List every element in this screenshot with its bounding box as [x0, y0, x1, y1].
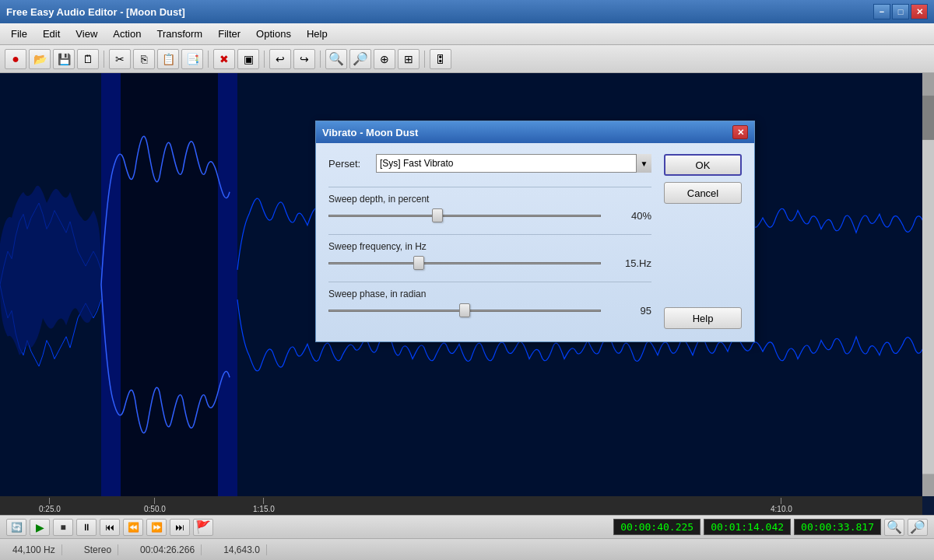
sweep-frequency-thumb[interactable]	[413, 256, 424, 270]
channels-display: Stereo	[78, 544, 118, 555]
window-close-button[interactable]: ✕	[911, 4, 928, 19]
to-end-button[interactable]: ⏭	[170, 519, 190, 536]
cancel-button[interactable]: Cancel	[664, 182, 742, 204]
timeline-ruler: 0:25.0 0:50.0 1:15.0 4:10.0	[0, 496, 922, 515]
fast-forward-button[interactable]: ⏩	[146, 519, 167, 536]
play-button[interactable]: ▶	[30, 519, 50, 536]
svg-rect-6	[922, 96, 934, 140]
menu-help[interactable]: Help	[299, 26, 335, 42]
effects-button[interactable]: 🎛	[430, 49, 451, 69]
sweep-frequency-label: Sweep frequency, in Hz	[328, 241, 651, 252]
preset-select-wrapper: [Sys] Fast Vibrato [ Sys] Slow Vibrato […	[376, 154, 651, 173]
title-bar-controls: − □ ✕	[873, 4, 928, 19]
sample-rate-display: 44,100 Hz	[6, 544, 62, 555]
trim-button[interactable]: ▣	[237, 49, 259, 69]
ruler-mark-4: 4:10.0	[771, 498, 792, 513]
sweep-phase-row: 95	[328, 304, 651, 317]
menu-transform[interactable]: Transform	[149, 26, 210, 42]
zoom-selection-button[interactable]: ⊕	[374, 49, 395, 69]
menu-view[interactable]: View	[68, 26, 105, 42]
dialog-title-bar[interactable]: Vibrato - Moon Dust ✕	[316, 121, 754, 143]
sweep-depth-row: 40%	[328, 209, 651, 222]
restore-button[interactable]: □	[892, 4, 909, 19]
sweep-frequency-line	[328, 262, 601, 264]
divider-1	[328, 187, 651, 187]
preset-row: Perset: [Sys] Fast Vibrato [ Sys] Slow V…	[328, 154, 651, 173]
copy-button[interactable]: ⎘	[133, 49, 155, 69]
sweep-depth-thumb[interactable]	[432, 208, 443, 222]
status-bar: 44,100 Hz Stereo 00:04:26.266 14,643.0	[0, 538, 934, 560]
sweep-phase-section: Sweep phase, in radian 95	[328, 289, 651, 317]
zoom-out-button[interactable]: 🔎	[349, 49, 371, 69]
undo-button[interactable]: ↩	[269, 49, 291, 69]
sweep-depth-value: 40%	[609, 210, 651, 222]
menu-action[interactable]: Action	[105, 26, 149, 42]
ruler-mark-3: 1:15.0	[253, 498, 275, 513]
menu-bar: File Edit View Action Transform Filter O…	[0, 23, 934, 45]
rewind-button[interactable]: ⏪	[123, 519, 143, 536]
sweep-frequency-row: 15.Hz	[328, 257, 651, 269]
toolbar-separator-4	[320, 51, 321, 68]
sweep-frequency-section: Sweep frequency, in Hz 15.Hz	[328, 241, 651, 269]
dialog-right-panel: OK Cancel Help	[664, 154, 742, 329]
toolbar-separator-2	[208, 51, 209, 68]
svg-rect-3	[121, 73, 218, 496]
divider-2	[328, 234, 651, 235]
sweep-phase-value: 95	[609, 305, 651, 317]
minimize-button[interactable]: −	[873, 4, 890, 19]
to-start-button[interactable]: ⏮	[100, 519, 120, 536]
preset-select[interactable]: [Sys] Fast Vibrato [ Sys] Slow Vibrato […	[376, 154, 651, 173]
ok-button[interactable]: OK	[664, 154, 742, 176]
title-bar: Free Easy Audio Editor - [Moon Dust] − □…	[0, 0, 934, 23]
record-button[interactable]: ●	[5, 49, 26, 69]
zoom-out-transport-button[interactable]: 🔎	[908, 519, 928, 536]
vibrato-dialog: Vibrato - Moon Dust ✕ Perset: [Sys] Fast…	[315, 121, 755, 342]
waveform-selected-region	[101, 73, 237, 496]
sweep-frequency-value: 15.Hz	[609, 257, 651, 269]
redo-button[interactable]: ↪	[293, 49, 315, 69]
dialog-content: Perset: [Sys] Fast Vibrato [ Sys] Slow V…	[316, 143, 754, 341]
loop-button[interactable]: 🔄	[6, 519, 26, 536]
save-as-button[interactable]: 🗒	[77, 49, 99, 69]
app-title: Free Easy Audio Editor - [Moon Dust]	[6, 6, 185, 18]
pause-button[interactable]: ⏸	[76, 519, 97, 536]
paste-button[interactable]: 📋	[157, 49, 179, 69]
sweep-phase-thumb[interactable]	[459, 303, 470, 317]
menu-file[interactable]: File	[3, 26, 35, 42]
svg-rect-5	[922, 73, 934, 96]
sweep-depth-label: Sweep depth, in percent	[328, 194, 651, 205]
menu-edit[interactable]: Edit	[35, 26, 68, 42]
zoom-all-button[interactable]: ⊞	[398, 49, 420, 69]
divider-3	[328, 282, 651, 282]
save-button[interactable]: 💾	[53, 49, 75, 69]
dialog-title: Vibrato - Moon Dust	[322, 127, 418, 138]
duration-display: 00:00:33.817	[794, 519, 881, 535]
special-paste-button[interactable]: 📑	[181, 49, 203, 69]
cut-button[interactable]: ✂	[109, 49, 131, 69]
ruler-mark-1: 0:25.0	[39, 498, 61, 513]
time-displays: 00:00:40.225 00:01:14.042 00:00:33.817 🔍…	[613, 519, 928, 536]
zoom-in-transport-button[interactable]: 🔍	[884, 519, 904, 536]
ruler-mark-2: 0:50.0	[144, 498, 166, 513]
sweep-phase-label: Sweep phase, in radian	[328, 289, 651, 299]
menu-options[interactable]: Options	[248, 26, 299, 42]
current-time-display: 00:00:40.225	[613, 519, 700, 535]
dialog-close-button[interactable]: ✕	[732, 125, 748, 139]
open-button[interactable]: 📂	[29, 49, 51, 69]
stop-button[interactable]: ■	[53, 519, 73, 536]
sweep-depth-section: Sweep depth, in percent 40%	[328, 194, 651, 222]
sweep-depth-track[interactable]	[328, 209, 601, 222]
transport-bar: 🔄 ▶ ■ ⏸ ⏮ ⏪ ⏩ ⏭ 🚩 00:00:40.225 00:01:14.…	[0, 515, 934, 538]
total-duration-display: 00:04:26.266	[134, 544, 202, 555]
end-time-display: 00:01:14.042	[704, 519, 791, 535]
menu-filter[interactable]: Filter	[210, 26, 248, 42]
zoom-in-button[interactable]: 🔍	[325, 49, 347, 69]
sweep-phase-track[interactable]	[328, 304, 601, 317]
toolbar-separator-1	[104, 51, 104, 68]
help-button[interactable]: Help	[664, 307, 742, 329]
dialog-left-panel: Perset: [Sys] Fast Vibrato [ Sys] Slow V…	[328, 154, 651, 329]
delete-button[interactable]: ✖	[213, 49, 235, 69]
svg-rect-7	[922, 474, 934, 496]
sweep-frequency-track[interactable]	[328, 257, 601, 269]
marker-button[interactable]: 🚩	[193, 519, 213, 536]
